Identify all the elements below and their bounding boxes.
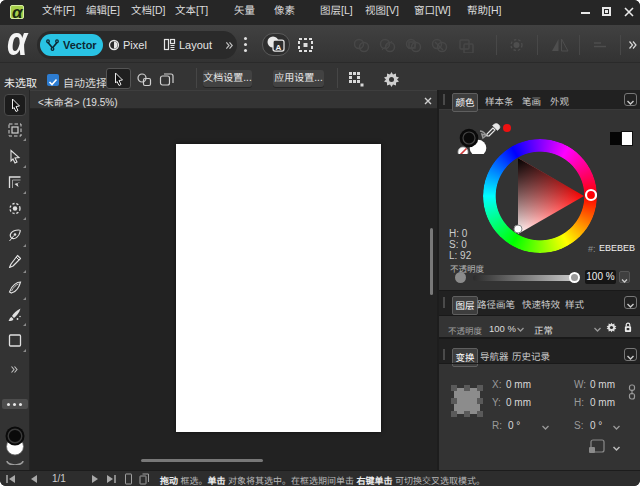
svg-text:A: A: [276, 43, 282, 52]
